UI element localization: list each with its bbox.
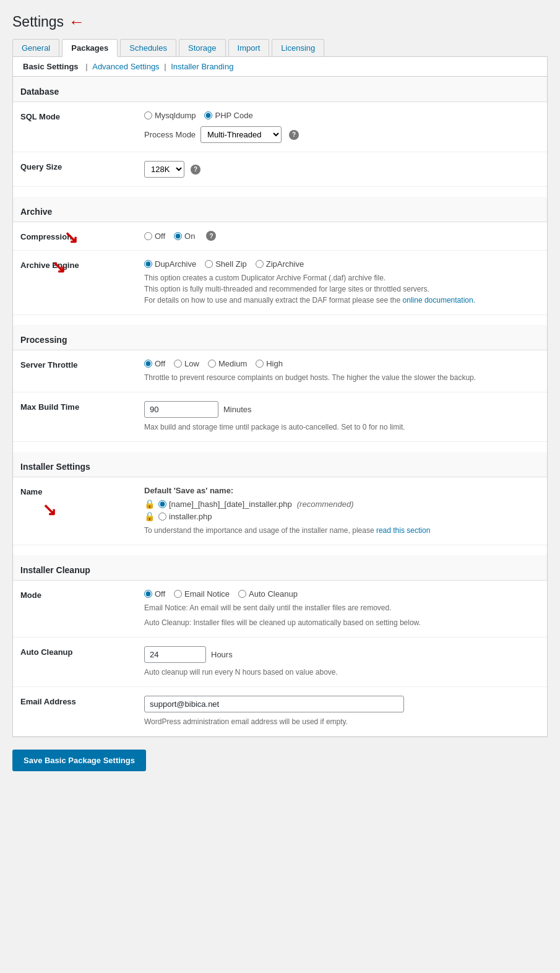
max-build-time-unit: Minutes: [223, 405, 252, 414]
archive-engine-radio-group: DupArchive Shell Zip ZipArchive: [144, 259, 540, 269]
archive-engine-control: ↘ DupArchive Shell Zip ZipArchive: [144, 259, 540, 306]
compression-arrow-icon: ↘: [64, 227, 78, 248]
default-save-name-label: Default 'Save as' name:: [144, 486, 540, 495]
throttle-low[interactable]: Low: [174, 359, 199, 368]
auto-cleanup-control: Hours Auto cleanup will run every N hour…: [144, 646, 540, 678]
email-address-description: WordPress administration email address w…: [144, 716, 540, 727]
database-section-header: Database: [13, 77, 547, 102]
recommended-text: (recommended): [297, 499, 354, 509]
installer-name-option2[interactable]: installer.php: [158, 512, 212, 521]
query-size-select[interactable]: 64K 128K 256K 512K 1M: [144, 161, 184, 178]
process-mode-help-icon[interactable]: ?: [289, 130, 299, 140]
email-address-row: Email Address WordPress administration e…: [13, 687, 547, 737]
lock-icon-2: 🔒: [144, 511, 155, 521]
throttle-off[interactable]: Off: [144, 359, 165, 368]
compression-on[interactable]: On: [174, 231, 195, 241]
online-documentation-link[interactable]: online documentation.: [403, 296, 475, 305]
read-this-section-link[interactable]: read this section: [376, 526, 430, 535]
max-build-time-label: Max Build Time: [20, 401, 144, 412]
server-throttle-description: Throttle to prevent resource complaints …: [144, 372, 540, 383]
max-build-time-input[interactable]: [144, 401, 218, 418]
sql-mode-mysqldump[interactable]: Mysqldump: [144, 111, 196, 120]
basic-settings-link[interactable]: Basic Settings: [23, 62, 79, 71]
database-section: Database SQL Mode Mysqldump PHP Code Pro…: [13, 77, 547, 187]
lock-icon-1: 🔒: [144, 499, 155, 509]
archive-engine-label: Archive Engine: [20, 259, 144, 270]
throttle-high[interactable]: High: [256, 359, 283, 368]
installer-name-option1[interactable]: [name]_[hash]_[date]_installer.php (reco…: [158, 499, 354, 509]
process-mode-select[interactable]: Single-Threaded Multi-Threaded Auto: [200, 126, 282, 143]
email-address-input[interactable]: [144, 696, 404, 712]
archive-section: Archive Compression ↘ Off On: [13, 197, 547, 315]
tab-packages[interactable]: Packages: [62, 39, 118, 57]
tab-storage[interactable]: Storage: [179, 39, 226, 56]
installer-settings-section: Installer Settings Name ↘ Default 'Save …: [13, 452, 547, 545]
max-build-time-row: Max Build Time Minutes Max build and sto…: [13, 392, 547, 442]
archive-engine-description: This option creates a custom Duplicator …: [144, 272, 540, 306]
query-size-help-icon[interactable]: ?: [191, 165, 200, 175]
tab-schedules[interactable]: Schedules: [120, 39, 176, 56]
email-address-control: WordPress administration email address w…: [144, 696, 540, 727]
installer-name-control: ↘ Default 'Save as' name: 🔒 [name]_[hash…: [144, 486, 540, 536]
max-build-time-control: Minutes Max build and storage time until…: [144, 401, 540, 433]
archive-engine-arrow-icon: ↘: [51, 257, 66, 277]
nav-tabs: General Packages Schedules Storage Impor…: [12, 39, 548, 57]
auto-cleanup-unit: Hours: [211, 650, 233, 659]
installer-name-label: Name: [20, 486, 144, 496]
server-throttle-row: Server Throttle Off Low Medium: [13, 350, 547, 392]
processing-section-header: Processing: [13, 325, 547, 350]
tab-import[interactable]: Import: [228, 39, 270, 56]
sql-mode-phpcode[interactable]: PHP Code: [204, 111, 252, 120]
cleanup-mode-auto[interactable]: Auto Cleanup: [238, 589, 298, 599]
installer-name-arrow-icon: ↘: [42, 499, 56, 520]
sub-nav: Basic Settings | Advanced Settings | Ins…: [12, 57, 548, 77]
process-mode-label: Process Mode: [144, 130, 196, 139]
process-mode-row: Process Mode Single-Threaded Multi-Threa…: [144, 126, 540, 143]
tab-licensing[interactable]: Licensing: [272, 39, 324, 56]
query-size-control: 64K 128K 256K 512K 1M ?: [144, 161, 540, 178]
auto-cleanup-description: Auto cleanup will run every N hours base…: [144, 667, 540, 678]
server-throttle-label: Server Throttle: [20, 359, 144, 370]
archive-shellzip[interactable]: Shell Zip: [205, 259, 247, 269]
installer-branding-link[interactable]: Installer Branding: [171, 62, 233, 71]
throttle-medium[interactable]: Medium: [208, 359, 247, 368]
compression-control: ↘ Off On ?: [144, 231, 540, 241]
processing-section: Processing Server Throttle Off Low Me: [13, 325, 547, 442]
sql-mode-label: SQL Mode: [20, 111, 144, 121]
archive-engine-row: Archive Engine ↘ DupArchive Shell Zip: [13, 251, 547, 315]
auto-cleanup-input[interactable]: [144, 646, 206, 663]
installer-name-option2-row: 🔒 installer.php: [144, 511, 540, 521]
compression-label: Compression: [20, 231, 144, 241]
sql-mode-row: SQL Mode Mysqldump PHP Code Process Mode: [13, 102, 547, 152]
archive-section-header: Archive: [13, 197, 547, 222]
query-size-label: Query Size: [20, 161, 144, 171]
archive-duparchive[interactable]: DupArchive: [144, 259, 196, 269]
installer-name-description: To understand the importance and usage o…: [144, 525, 540, 536]
sql-mode-control: Mysqldump PHP Code Process Mode Single-T…: [144, 111, 540, 143]
installer-name-row: Name ↘ Default 'Save as' name: 🔒 [name]_…: [13, 477, 547, 545]
archive-ziparchive[interactable]: ZipArchive: [256, 259, 304, 269]
installer-settings-header: Installer Settings: [13, 452, 547, 477]
installer-name-option1-row: 🔒 [name]_[hash]_[date]_installer.php (re…: [144, 499, 540, 509]
cleanup-mode-desc1: Email Notice: An email will be sent dail…: [144, 602, 540, 613]
server-throttle-control: Off Low Medium High Throttle to: [144, 359, 540, 383]
compression-off[interactable]: Off: [144, 231, 165, 241]
cleanup-mode-row: Mode Off Email Notice Auto Cleanup: [13, 581, 547, 638]
tab-general[interactable]: General: [12, 39, 59, 56]
save-basic-package-settings-button[interactable]: Save Basic Package Settings: [12, 750, 146, 771]
cleanup-mode-label: Mode: [20, 589, 144, 600]
content-area: Database SQL Mode Mysqldump PHP Code Pro…: [12, 77, 548, 737]
cleanup-mode-control: Off Email Notice Auto Cleanup Email Noti…: [144, 589, 540, 628]
cleanup-mode-off[interactable]: Off: [144, 589, 165, 599]
compression-help-icon[interactable]: ?: [206, 231, 216, 241]
cleanup-mode-email[interactable]: Email Notice: [174, 589, 230, 599]
page-title: Settings ←: [12, 12, 548, 32]
sql-mode-radio-group: Mysqldump PHP Code: [144, 111, 540, 120]
auto-cleanup-row: Auto Cleanup Hours Auto cleanup will run…: [13, 638, 547, 687]
query-size-row: Query Size 64K 128K 256K 512K 1M ?: [13, 152, 547, 187]
installer-cleanup-header: Installer Cleanup: [13, 555, 547, 581]
advanced-settings-link[interactable]: Advanced Settings: [92, 62, 159, 71]
installer-cleanup-section: Installer Cleanup Mode Off Email Notice: [13, 555, 547, 737]
cleanup-mode-desc2: Auto Cleanup: Installer files will be cl…: [144, 617, 540, 628]
max-build-time-description: Max build and storage time until package…: [144, 422, 540, 433]
